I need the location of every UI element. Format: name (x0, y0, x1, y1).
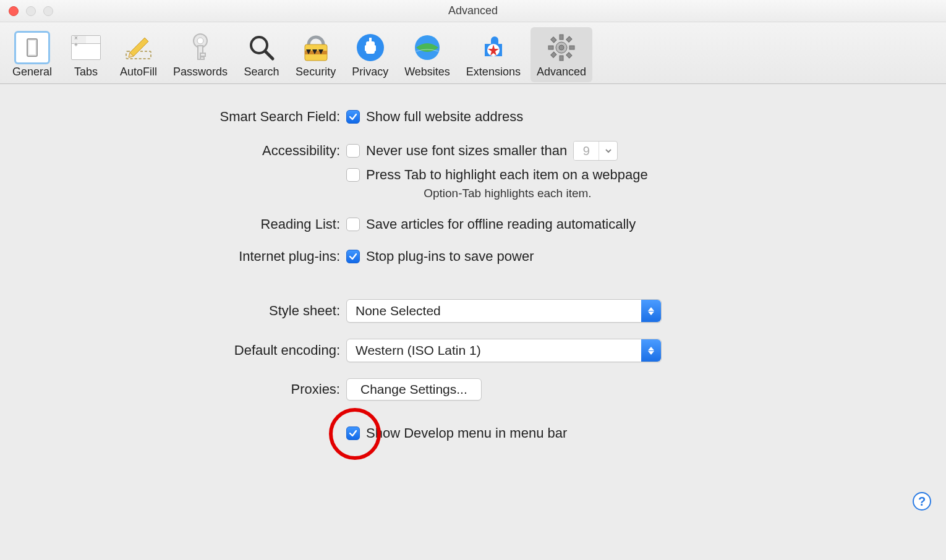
tab-extensions[interactable]: Extensions (460, 27, 527, 82)
websites-icon (412, 31, 442, 64)
svg-rect-30 (566, 53, 572, 58)
help-icon: ? (918, 494, 926, 509)
tab-label: Extensions (466, 66, 521, 78)
tab-label: Tabs (74, 66, 98, 78)
help-button[interactable]: ? (913, 492, 931, 511)
tab-autofill[interactable]: AutoFill (114, 27, 163, 82)
tab-label: Advanced (537, 66, 586, 78)
svg-rect-28 (569, 46, 574, 49)
svg-marker-33 (648, 307, 654, 311)
minimize-window-button[interactable] (26, 6, 36, 16)
window-title: Advanced (0, 4, 946, 17)
svg-marker-35 (648, 347, 654, 350)
press-tab-help: Option-Tab highlights each item. (424, 187, 591, 200)
stop-plugins-label: Stop plug-ins to save power (366, 248, 534, 265)
tab-label: Security (296, 66, 336, 78)
tabs-icon (71, 31, 101, 64)
chevron-down-icon[interactable] (599, 142, 617, 160)
svg-marker-1 (130, 38, 148, 56)
press-tab-label: Press Tab to highlight each item on a we… (366, 167, 648, 183)
smart-search-label: Smart Search Field: (37, 109, 346, 125)
window-controls (0, 6, 53, 16)
show-develop-menu-label: Show Develop menu in menu bar (366, 425, 567, 441)
svg-rect-7 (200, 57, 204, 59)
change-settings-label: Change Settings... (360, 382, 467, 397)
autofill-icon (124, 31, 153, 64)
tab-advanced[interactable]: Advanced (531, 27, 592, 82)
svg-line-9 (265, 51, 273, 59)
search-icon (247, 31, 276, 64)
svg-rect-31 (566, 36, 572, 42)
stylesheet-select[interactable]: None Selected (346, 299, 662, 323)
svg-rect-32 (551, 52, 556, 57)
proxies-label: Proxies: (37, 381, 346, 397)
svg-marker-36 (648, 351, 654, 355)
zoom-window-button[interactable] (43, 6, 53, 16)
extensions-icon (479, 31, 508, 64)
svg-rect-29 (551, 37, 556, 43)
save-offline-checkbox[interactable] (346, 218, 360, 231)
min-font-size-input[interactable] (574, 142, 599, 160)
reading-list-label: Reading List: (37, 216, 346, 232)
tab-label: Search (244, 66, 279, 78)
svg-rect-6 (200, 53, 205, 56)
never-font-size-label: Never use font sizes smaller than (366, 143, 567, 159)
svg-point-4 (197, 38, 203, 44)
press-tab-checkbox[interactable] (346, 168, 360, 182)
tab-passwords[interactable]: Passwords (167, 27, 234, 82)
advanced-icon (546, 31, 577, 64)
svg-rect-19 (373, 45, 376, 51)
svg-rect-26 (560, 56, 563, 61)
svg-point-24 (559, 45, 564, 50)
svg-rect-25 (560, 35, 563, 40)
tab-privacy[interactable]: Privacy (346, 27, 394, 82)
save-offline-label: Save articles for offline reading automa… (366, 216, 636, 232)
encoding-value: Western (ISO Latin 1) (356, 343, 481, 358)
svg-marker-34 (648, 312, 654, 315)
tab-label: Passwords (173, 66, 228, 78)
accessibility-label: Accessibility: (37, 143, 346, 159)
preferences-toolbar: General Tabs AutoFill Password (0, 22, 946, 84)
tab-tabs[interactable]: Tabs (62, 27, 110, 82)
encoding-select[interactable]: Western (ISO Latin 1) (346, 339, 662, 362)
stop-plugins-checkbox[interactable] (346, 250, 360, 263)
stylesheet-value: None Selected (356, 303, 441, 318)
privacy-icon (356, 31, 385, 64)
tab-search[interactable]: Search (237, 27, 286, 82)
show-full-address-label: Show full website address (366, 109, 523, 125)
tab-general[interactable]: General (6, 27, 58, 82)
security-icon (302, 31, 330, 64)
select-arrows-icon (641, 300, 661, 322)
general-icon (14, 31, 51, 64)
svg-rect-18 (365, 45, 367, 51)
tab-label: AutoFill (120, 66, 157, 78)
show-full-address-checkbox[interactable] (346, 110, 360, 124)
tab-label: General (12, 66, 52, 78)
svg-rect-17 (369, 38, 372, 44)
tab-label: Privacy (352, 66, 388, 78)
close-window-button[interactable] (9, 6, 19, 16)
encoding-label: Default encoding: (37, 342, 346, 358)
advanced-pane: Smart Search Field: Show full website ad… (0, 84, 946, 466)
min-font-size-stepper[interactable] (573, 141, 618, 161)
stylesheet-label: Style sheet: (37, 303, 346, 319)
show-develop-menu-checkbox[interactable] (346, 426, 360, 440)
svg-rect-27 (548, 46, 553, 49)
titlebar: Advanced (0, 0, 946, 22)
plugins-label: Internet plug-ins: (37, 248, 346, 265)
tab-label: Websites (404, 66, 450, 78)
change-settings-button[interactable]: Change Settings... (346, 378, 482, 401)
never-font-size-checkbox[interactable] (346, 144, 360, 158)
tab-security[interactable]: Security (289, 27, 342, 82)
select-arrows-icon (641, 339, 661, 362)
passwords-icon (188, 31, 213, 64)
tab-websites[interactable]: Websites (398, 27, 456, 82)
